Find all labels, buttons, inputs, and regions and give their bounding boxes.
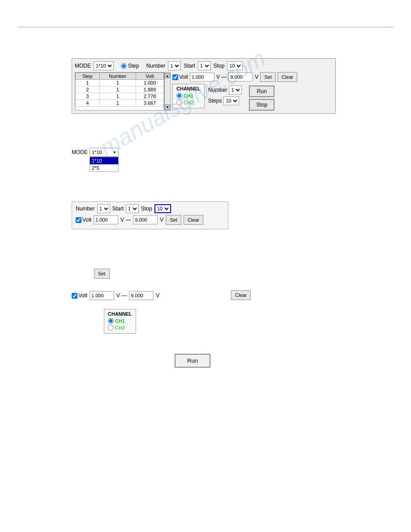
ch1-radio[interactable] <box>176 93 182 99</box>
cell-step: 1 <box>76 80 100 86</box>
mode-option-2x5[interactable]: 2*5 <box>90 164 118 172</box>
cell-step: 3 <box>76 93 100 100</box>
stop-label-3: Stop <box>141 206 152 212</box>
cell-number: 1 <box>99 86 136 93</box>
cell-volt: 2.778 <box>136 93 164 100</box>
scroll-down-arrow[interactable]: ▼ <box>165 104 170 110</box>
cell-volt: 3.667 <box>136 100 164 107</box>
stop-select[interactable]: 1098 <box>227 61 243 70</box>
number-label2: Number <box>208 87 227 93</box>
volt-checkbox-3[interactable] <box>76 217 81 223</box>
cell-step: 2 <box>76 86 100 93</box>
col-number: Number <box>99 73 136 80</box>
volt-checkbox-5[interactable] <box>72 293 77 299</box>
channel-box: CHANNEL CH1 CH2 <box>172 84 205 108</box>
number-select2[interactable]: 12 <box>229 86 242 94</box>
stop-select-3[interactable]: 109 <box>154 204 171 213</box>
set-button[interactable]: Set <box>260 72 276 82</box>
volt-end-input[interactable] <box>228 73 253 82</box>
mode-current-value: 1*10 <box>92 150 102 155</box>
col-step: Step <box>76 73 100 80</box>
volt-end-input-5[interactable] <box>129 291 154 300</box>
table-row: 4 1 3.667 <box>76 100 164 107</box>
volt-checkbox[interactable] <box>172 74 178 80</box>
scroll-up-arrow[interactable]: ▲ <box>165 73 170 78</box>
step-radio[interactable] <box>121 63 127 69</box>
volt-checkbox-label: Volt <box>179 74 188 80</box>
run-button[interactable]: Run <box>249 86 274 97</box>
volt-label-5: Volt <box>78 292 87 299</box>
number-start-stop-section: Number 12 Start 12 Stop 109 Volt V — V S… <box>72 202 228 229</box>
dropdown-arrow-icon: ▼ <box>113 150 116 154</box>
clear-button[interactable]: Clear <box>278 72 297 82</box>
table-row: 3 1 2.778 <box>76 93 164 100</box>
clear-button-5[interactable]: Clear <box>231 290 251 300</box>
volt-unit-5: V <box>156 292 159 299</box>
col-volt: Volt <box>136 73 164 80</box>
volt-label-3: Volt <box>82 217 91 223</box>
ch2-label: CH2 <box>184 100 193 105</box>
cell-number: 1 <box>99 93 136 100</box>
main-control-panel: MODE 1*10 2*5 Step Number 12345 Start 12… <box>72 58 336 114</box>
mode-label-2: MODE <box>72 149 88 155</box>
clear-button-3[interactable]: Clear <box>184 215 203 225</box>
start-label-3: Start <box>112 206 124 212</box>
step-radio-label: Step <box>128 63 139 69</box>
start-label: Start <box>184 63 195 69</box>
ch2-label-6: CH2 <box>115 325 125 330</box>
table-scrollbar[interactable]: ▲ ▼ <box>164 72 171 111</box>
mode-dropdown-list: 1*10 2*5 <box>90 157 119 172</box>
number-label: Number <box>146 63 166 69</box>
mode-dropdown-open[interactable]: 1*10 ▼ 1*10 2*5 <box>90 148 119 157</box>
ch2-radio[interactable] <box>176 99 182 105</box>
channel-section: CHANNEL CH1 CH2 <box>104 309 136 334</box>
cell-step: 4 <box>76 100 100 107</box>
stop-button[interactable]: Stop <box>249 99 274 111</box>
volt-separator: V — <box>216 74 227 80</box>
volt-start-input[interactable] <box>190 73 214 82</box>
clear-button-section5-wrapper: Clear <box>231 290 251 300</box>
volt-unit-3: V <box>160 217 163 223</box>
table-row: 2 1 1.889 <box>76 86 164 93</box>
mode-dropdown-header[interactable]: 1*10 ▼ <box>90 148 119 157</box>
start-select-3[interactable]: 12 <box>126 204 139 213</box>
set-button-4[interactable]: Set <box>94 269 110 279</box>
ch1-label-6: CH1 <box>115 318 125 324</box>
table-row: 1 1 1.000 <box>76 80 164 86</box>
volt-row-section: Volt V — V <box>72 291 159 300</box>
set-button-section: Set <box>94 269 110 279</box>
run-button-section: Run <box>175 354 210 368</box>
mode-label: MODE <box>75 63 91 69</box>
stop-label: Stop <box>214 63 225 69</box>
volt-sep-3: V — <box>120 217 131 223</box>
steps-label: Steps <box>208 98 222 104</box>
top-divider <box>18 27 393 27</box>
number-label-3: Number <box>76 206 95 212</box>
number-select[interactable]: 12345 <box>168 61 181 70</box>
channel-label-6: CHANNEL <box>108 311 132 317</box>
volt-unit: V <box>255 74 258 80</box>
mode-select[interactable]: 1*10 2*5 <box>94 61 114 70</box>
run-button-7[interactable]: Run <box>175 354 210 368</box>
cell-number: 1 <box>99 80 136 86</box>
start-select[interactable]: 12345 <box>198 61 211 70</box>
cell-volt: 1.889 <box>136 86 164 93</box>
volt-sep-5: V — <box>116 292 127 299</box>
channel-label: CHANNEL <box>176 86 201 91</box>
set-button-3[interactable]: Set <box>166 215 181 225</box>
mode-option-1x10[interactable]: 1*10 <box>90 157 118 164</box>
volt-start-input-5[interactable] <box>90 291 114 300</box>
cell-volt: 1.000 <box>136 80 164 86</box>
cell-number: 1 <box>99 100 136 107</box>
steps-select[interactable]: 105 <box>223 96 239 105</box>
volt-end-input-3[interactable] <box>133 215 158 224</box>
number-select-3[interactable]: 12 <box>97 204 110 213</box>
ch1-label: CH1 <box>184 93 193 99</box>
ch1-radio-6[interactable] <box>108 318 114 324</box>
volt-start-input-3[interactable] <box>94 215 118 224</box>
mode-dropdown-section: MODE 1*10 ▼ 1*10 2*5 <box>72 148 119 157</box>
ch2-radio-6[interactable] <box>108 325 114 330</box>
